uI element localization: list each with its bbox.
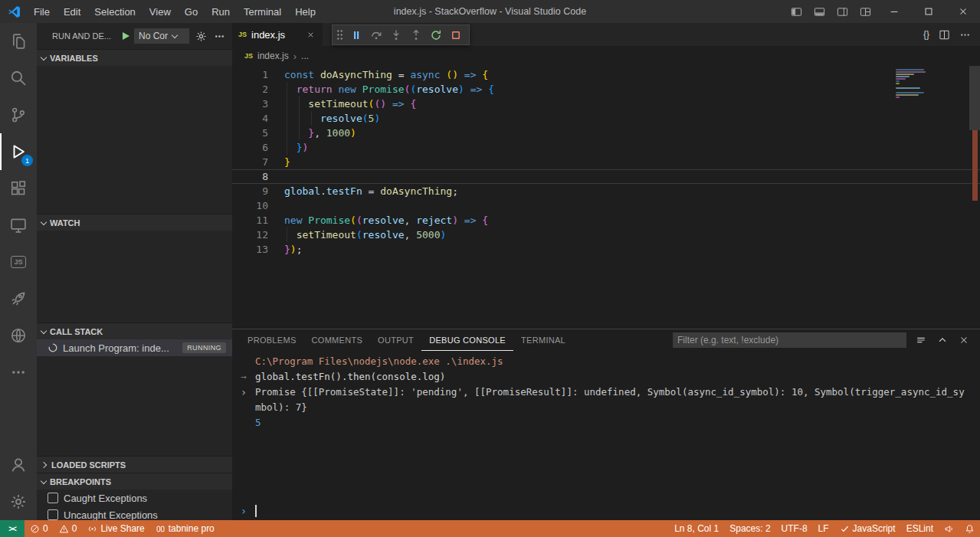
breadcrumb-more[interactable]: ...: [301, 51, 309, 61]
more-views-icon[interactable]: [0, 354, 37, 391]
close-icon[interactable]: [946, 0, 980, 23]
breakpoint-item[interactable]: Uncaught Exceptions: [37, 506, 232, 520]
scrollbar-thumb[interactable]: [969, 66, 980, 130]
step-over-icon[interactable]: [366, 26, 385, 44]
line-number: 3: [232, 97, 284, 111]
code-editor[interactable]: 1const doAsyncThing = async () => {2 ret…: [232, 66, 980, 329]
code-line[interactable]: 11new Promise((resolve, reject) => {: [232, 213, 980, 228]
menu-terminal[interactable]: Terminal: [237, 0, 288, 23]
step-into-icon[interactable]: [386, 26, 405, 44]
remote-indicator[interactable]: ><: [0, 520, 25, 537]
console-filter-input[interactable]: [673, 332, 906, 348]
variables-section-header[interactable]: VARIABLES: [37, 49, 232, 66]
menu-file[interactable]: File: [27, 0, 57, 23]
code-line[interactable]: 6 }): [232, 140, 980, 155]
status-feedback[interactable]: [939, 520, 959, 537]
rocket-icon[interactable]: [0, 280, 37, 317]
sidebar-more-actions-icon[interactable]: [212, 29, 226, 43]
status-eol[interactable]: LF: [813, 520, 834, 537]
menu-edit[interactable]: Edit: [57, 0, 87, 23]
status-live-share[interactable]: Live Share: [82, 520, 149, 537]
run-debug-icon[interactable]: 1: [0, 133, 37, 170]
menu-go[interactable]: Go: [178, 0, 205, 23]
pause-icon[interactable]: [346, 26, 365, 44]
maximize-panel-icon[interactable]: [936, 333, 949, 347]
panel-tab-problems[interactable]: PROBLEMS: [240, 329, 304, 351]
code-line[interactable]: 1const doAsyncThing = async () => {: [232, 67, 980, 82]
code-line[interactable]: 4 resolve(5): [232, 111, 980, 126]
browser-icon[interactable]: [0, 317, 37, 354]
debug-gear-icon[interactable]: [194, 29, 208, 43]
restart-icon[interactable]: [426, 26, 445, 44]
split-editor-icon[interactable]: [939, 29, 950, 41]
minimap[interactable]: [896, 69, 969, 99]
toggle-panel-icon[interactable]: [808, 0, 831, 23]
menu-help[interactable]: Help: [288, 0, 323, 23]
menu-run[interactable]: Run: [205, 0, 237, 23]
code-line[interactable]: 13});: [232, 242, 980, 257]
extensions-icon[interactable]: [0, 170, 37, 207]
source-control-icon[interactable]: [0, 97, 37, 133]
panel-tab-output[interactable]: OUTPUT: [370, 329, 421, 351]
close-tab-icon[interactable]: [304, 28, 316, 41]
customize-layout-icon[interactable]: [854, 0, 877, 23]
maximize-icon[interactable]: [911, 0, 946, 23]
breadcrumb-file[interactable]: index.js: [257, 51, 289, 61]
editor-scrollbar[interactable]: [969, 66, 980, 329]
toggle-secondary-sidebar-icon[interactable]: [831, 0, 854, 23]
javascript-file-icon: JS: [238, 31, 247, 38]
breakpoint-item[interactable]: Caught Exceptions: [37, 490, 232, 506]
code-line[interactable]: 2 return new Promise((resolve) => {: [232, 82, 980, 97]
close-panel-icon[interactable]: [957, 333, 971, 347]
search-icon[interactable]: [0, 60, 37, 97]
toggle-sidebar-icon[interactable]: [785, 0, 808, 23]
debug-config-dropdown[interactable]: No Cor: [134, 28, 189, 44]
code-line[interactable]: 9global.testFn = doAsyncThing;: [232, 184, 980, 198]
code-line[interactable]: 7}: [232, 155, 980, 169]
braces-icon[interactable]: {}: [923, 29, 929, 40]
status-language-mode[interactable]: JavaScript: [834, 520, 901, 537]
status-tabnine[interactable]: tabnine pro: [150, 520, 220, 537]
tab-index-js[interactable]: JS index.js: [232, 23, 323, 46]
status-encoding[interactable]: UTF-8: [776, 520, 813, 537]
status-notifications[interactable]: [959, 520, 980, 537]
status-eslint[interactable]: ESLint: [901, 520, 939, 537]
code-line[interactable]: 5 }, 1000): [232, 126, 980, 140]
menu-view[interactable]: View: [143, 0, 178, 23]
expand-chevron-icon[interactable]: ›: [232, 385, 255, 400]
status-indentation[interactable]: Spaces: 2: [724, 520, 775, 537]
stop-icon[interactable]: [446, 26, 465, 44]
watch-section-header[interactable]: WATCH: [37, 214, 232, 231]
panel-tab-debug-console[interactable]: DEBUG CONSOLE: [421, 329, 513, 351]
more-actions-icon[interactable]: [959, 29, 971, 41]
call-stack-section-header[interactable]: CALL STACK: [37, 323, 232, 339]
accounts-icon[interactable]: [0, 447, 37, 483]
start-debug-button[interactable]: [123, 32, 129, 40]
minimize-icon[interactable]: [877, 0, 911, 23]
settings-icon[interactable]: [0, 483, 37, 520]
code-line[interactable]: 3 setTimeout(() => {: [232, 97, 980, 111]
step-out-icon[interactable]: [406, 26, 425, 44]
drag-handle-icon[interactable]: [336, 29, 343, 41]
code-line[interactable]: 8: [232, 169, 980, 184]
code-line[interactable]: 10: [232, 198, 980, 213]
js-debug-icon[interactable]: JS: [0, 244, 37, 280]
code-line[interactable]: 12 setTimeout(resolve, 5000): [232, 228, 980, 242]
checkbox-icon[interactable]: [48, 493, 58, 503]
filter-options-icon[interactable]: [914, 333, 928, 347]
breakpoints-section-header[interactable]: BREAKPOINTS: [37, 473, 232, 490]
checkbox-icon[interactable]: [48, 509, 58, 520]
status-errors[interactable]: 0: [25, 520, 54, 537]
status-cursor-position[interactable]: Ln 8, Col 1: [669, 520, 724, 537]
panel-tab-comments[interactable]: COMMENTS: [304, 329, 371, 351]
debug-console-output[interactable]: C:\Program Files\nodejs\node.exe .\index…: [232, 351, 980, 502]
remote-explorer-icon[interactable]: [0, 207, 37, 244]
status-warnings[interactable]: 0: [54, 520, 83, 537]
panel-tab-terminal[interactable]: TERMINAL: [513, 329, 573, 351]
call-stack-item[interactable]: Launch Program: inde... RUNNING: [37, 339, 232, 356]
debug-console-input[interactable]: ›: [232, 502, 980, 520]
loaded-scripts-section-header[interactable]: LOADED SCRIPTS: [37, 456, 232, 473]
breadcrumb[interactable]: JS index.js › ...: [232, 46, 980, 66]
menu-selection[interactable]: Selection: [87, 0, 142, 23]
explorer-icon[interactable]: [0, 23, 37, 60]
